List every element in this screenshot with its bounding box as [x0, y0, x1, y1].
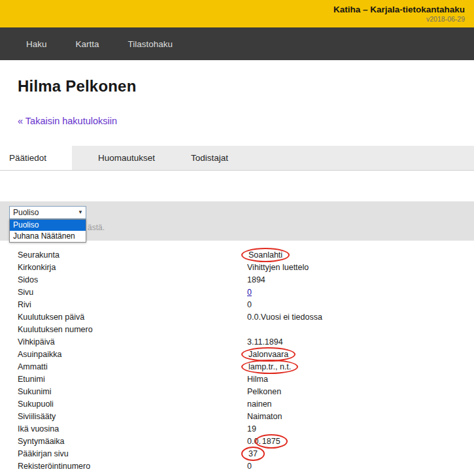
detail-label: Sukunimi	[18, 387, 247, 396]
detail-row: Kirkonkirja Vihittyjen luettelo	[18, 261, 474, 273]
detail-value: 37	[247, 449, 259, 458]
detail-value-text: Pelkonen	[247, 387, 281, 396]
app-version: v2018-06-29	[0, 15, 465, 23]
spouse-select-value: Puoliso	[13, 208, 39, 217]
detail-label: Sukupuoli	[18, 400, 247, 409]
detail-label: Etunimi	[18, 375, 247, 384]
detail-value: 1894	[247, 275, 265, 284]
nav-item-haku[interactable]: Haku	[26, 39, 47, 49]
detail-value: Hilma	[247, 375, 268, 384]
details-list: Seurakunta Soanlahti Kirkonkirja Vihitty…	[0, 241, 474, 472]
tab-bar: Päätiedot Huomautukset Todistajat	[0, 146, 474, 171]
detail-value: 3.11.1894	[247, 337, 283, 347]
detail-value: 0	[247, 288, 252, 297]
page-header: Hilma Pelkonen « Takaisin hakutuloksiin	[0, 60, 474, 127]
detail-label: Syntymäaika	[18, 437, 247, 446]
detail-label: Seurakunta	[18, 250, 247, 260]
detail-label: Siviilisääty	[18, 412, 247, 421]
detail-value: lamp.tr., n.t.	[247, 362, 292, 371]
detail-row: Ammatti lamp.tr., n.t.	[18, 360, 474, 373]
detail-label: Vihkipäivä	[18, 337, 247, 347]
spouse-select-dropdown: Puoliso Juhana Näätänen	[9, 219, 86, 243]
nav-item-tilastohaku[interactable]: Tilastohaku	[128, 39, 173, 49]
detail-value-text: nainen	[247, 400, 272, 409]
detail-value-text: Hilma	[247, 375, 268, 384]
detail-row: Sukupuoli nainen	[18, 398, 474, 410]
tab-paatiedot[interactable]: Päätiedot	[0, 146, 72, 170]
detail-label: Kuulutuksen päivä	[18, 313, 247, 322]
detail-row: Kuulutuksen päivä 0.0.Vuosi ei tiedossa	[18, 311, 474, 323]
detail-value-text: Soanlahti	[241, 248, 290, 262]
detail-value: Pelkonen	[247, 387, 281, 396]
detail-value-text: 0	[247, 300, 252, 309]
page-title: Hilma Pelkonen	[18, 77, 474, 95]
detail-label: Sidos	[18, 275, 247, 284]
detail-label: Ikä vuosina	[18, 424, 247, 434]
detail-label: Ammatti	[18, 362, 247, 371]
detail-value-text: 0.0.Vuosi ei tiedossa	[247, 313, 322, 322]
detail-value-text: 0	[247, 462, 252, 471]
detail-label: Sivu	[18, 288, 247, 297]
detail-row: Ikä vuosina 19	[18, 422, 474, 435]
detail-row: Kuulutuksen numero	[18, 323, 474, 335]
detail-label: Asuinpaikka	[18, 350, 247, 359]
back-link[interactable]: « Takaisin hakutuloksiin	[18, 116, 117, 126]
detail-value: Jalonvaara	[247, 350, 290, 359]
detail-value-link[interactable]: 0	[247, 288, 252, 297]
spouse-option-puoliso[interactable]: Puoliso	[10, 220, 86, 231]
spouse-select[interactable]: Puoliso ▼	[9, 206, 86, 219]
detail-row: Syntymäaika 0.0.1875	[18, 435, 474, 447]
detail-row: Pääkirjan sivu 37	[18, 447, 474, 460]
chevron-down-icon: ▼	[78, 210, 83, 215]
detail-row: Rivi 0	[18, 298, 474, 311]
hint-text-fragment: ästä.	[88, 223, 105, 232]
detail-value-text: 37	[241, 447, 265, 461]
detail-row: Sukunimi Pelkonen	[18, 385, 474, 398]
detail-row: Sivu 0	[18, 286, 474, 298]
detail-row: Rekisteröintinumero 0	[18, 460, 474, 472]
app-title: Katiha – Karjala-tietokantahaku	[0, 5, 465, 14]
detail-label: Kuulutuksen numero	[18, 325, 247, 334]
detail-label: Pääkirjan sivu	[18, 449, 247, 458]
detail-value: Naimaton	[247, 412, 282, 421]
detail-value-text: Vihittyjen luettelo	[247, 263, 309, 272]
detail-value: 0	[247, 462, 252, 471]
detail-value-text: 1894	[247, 275, 265, 284]
nav-item-kartta[interactable]: Kartta	[76, 39, 99, 49]
detail-value-text: 3.11.1894	[247, 337, 283, 347]
spouse-panel: Puoliso ▼ ästä. Puoliso Juhana Näätänen	[0, 201, 474, 241]
detail-value: 19	[247, 424, 256, 434]
app-header: Katiha – Karjala-tietokantahaku v2018-06…	[0, 0, 474, 27]
detail-value: Vihittyjen luettelo	[247, 263, 309, 272]
main-nav: Haku Kartta Tilastohaku	[0, 27, 474, 60]
detail-label: Kirkonkirja	[18, 263, 247, 272]
detail-value-text: 1875	[255, 434, 288, 449]
detail-value: nainen	[247, 400, 272, 409]
detail-row: Etunimi Hilma	[18, 373, 474, 385]
detail-label: Rivi	[18, 300, 247, 309]
detail-value: 0	[247, 300, 252, 309]
detail-value: Soanlahti	[247, 250, 284, 260]
tab-huomautukset[interactable]: Huomautukset	[88, 146, 165, 170]
detail-row: Vihkipäivä 3.11.1894	[18, 335, 474, 348]
detail-label: Rekisteröintinumero	[18, 462, 247, 471]
detail-value-text: lamp.tr., n.t.	[241, 360, 298, 374]
tab-todistajat[interactable]: Todistajat	[181, 146, 238, 170]
detail-row: Sidos 1894	[18, 273, 474, 286]
detail-row: Asuinpaikka Jalonvaara	[18, 348, 474, 360]
detail-value-text: 19	[247, 424, 256, 434]
detail-value: 0.0.Vuosi ei tiedossa	[247, 313, 322, 322]
detail-row: Seurakunta Soanlahti	[18, 248, 474, 261]
detail-value-text: Naimaton	[247, 412, 282, 421]
detail-row: Siviilisääty Naimaton	[18, 410, 474, 422]
spouse-option-juhana-naatanen[interactable]: Juhana Näätänen	[10, 231, 86, 242]
detail-value: 0.0.1875	[247, 437, 282, 446]
